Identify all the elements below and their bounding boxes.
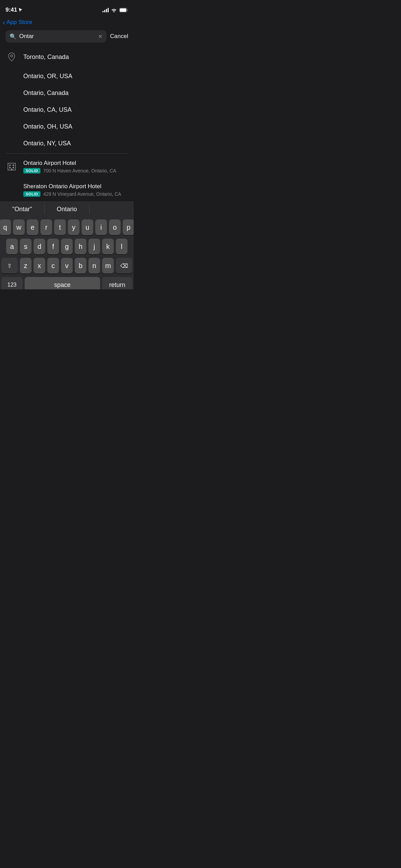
key-k[interactable]: k [102,239,114,254]
key-l[interactable]: l [116,239,127,254]
search-input-wrapper: 🔍 ✕ [5,30,107,43]
hotel-meta-ontario-airport: SOLID 700 N Haven Avenue, Ontario, CA [23,168,128,173]
result-text-ontario-canada: Ontario, Canada [23,89,69,97]
hotel-info-ontario-airport: Ontario Airport Hotel SOLID 700 N Haven … [23,160,128,173]
result-item-toronto[interactable]: Toronto, Canada [0,46,134,68]
key-i[interactable]: i [95,219,107,235]
result-item-ontario-airport-hotel[interactable]: Ontario Airport Hotel SOLID 700 N Haven … [0,155,134,178]
status-time: 9:41 [5,7,23,13]
results-list: Toronto, Canada Ontario, OR, USA Ontario… [0,46,134,202]
key-q[interactable]: q [0,219,11,235]
key-g[interactable]: g [61,239,73,254]
back-label: App Store [7,19,33,26]
result-text-ontario-ny: Ontario, NY, USA [23,140,71,147]
result-item-ontario-ny[interactable]: Ontario, NY, USA [0,135,134,152]
key-o[interactable]: o [109,219,121,235]
result-text-ontario-ca: Ontario, CA, USA [23,106,72,113]
key-p[interactable]: p [123,219,134,235]
status-icons [102,8,128,12]
location-arrow-icon [19,8,23,12]
status-bar: 9:41 [0,0,134,17]
key-s[interactable]: s [20,239,32,254]
location-pin-icon [5,51,18,63]
result-item-sheraton[interactable]: Sheraton Ontario Airport Hotel SOLID 429… [0,178,134,202]
search-icon: 🔍 [10,33,16,40]
key-v[interactable]: v [61,258,73,274]
keyboard-row-2: a s d f g h j k l [1,239,132,254]
result-item-ontario-canada[interactable]: Ontario, Canada [0,85,134,101]
battery-icon [119,8,128,12]
key-n[interactable]: n [88,258,100,274]
predictive-item-2[interactable]: Ontario [45,206,89,213]
nav-bar: ‹ App Store [0,17,134,30]
svg-rect-1 [120,8,126,12]
back-button[interactable]: ‹ App Store [3,19,32,26]
hotel-meta-sheraton: SOLID 429 N Vineyard Avenue, Ontario, CA [23,191,128,197]
delete-key[interactable]: ⌫ [116,258,132,274]
key-w[interactable]: w [13,219,25,235]
svg-rect-6 [9,167,11,168]
key-t[interactable]: t [54,219,66,235]
signal-icon [102,8,109,12]
result-item-ontario-ca[interactable]: Ontario, CA, USA [0,101,134,118]
svg-rect-4 [9,165,11,166]
result-item-ontario-or[interactable]: Ontario, OR, USA [0,68,134,85]
predictive-item-1[interactable]: "Ontar" [0,206,44,213]
hotel-address-ontario-airport: 700 N Haven Avenue, Ontario, CA [43,168,116,173]
key-y[interactable]: y [68,219,80,235]
keyboard: q w e r t y u i o p a s d f g h j k l ⇧ … [0,217,134,289]
result-text-ontario-oh: Ontario, OH, USA [23,123,72,130]
hotel-info-sheraton: Sheraton Ontario Airport Hotel SOLID 429… [23,183,128,197]
svg-point-2 [11,55,13,57]
wifi-icon [111,8,117,12]
key-x[interactable]: x [34,258,45,274]
search-bar: 🔍 ✕ Cancel [0,30,134,46]
numbers-key[interactable]: 123 [1,277,23,289]
solid-badge-sheraton: SOLID [23,191,40,197]
key-r[interactable]: r [40,219,52,235]
key-j[interactable]: j [88,239,100,254]
key-c[interactable]: c [47,258,59,274]
section-divider [5,153,128,154]
building-icon [5,160,18,173]
result-text-ontario-or: Ontario, OR, USA [23,73,72,80]
keyboard-row-1: q w e r t y u i o p [1,219,132,235]
predictive-bar: "Ontar" Ontario [0,202,134,217]
key-f[interactable]: f [47,239,59,254]
key-d[interactable]: d [34,239,45,254]
result-item-ontario-oh[interactable]: Ontario, OH, USA [0,118,134,135]
hotel-name-ontario-airport: Ontario Airport Hotel [23,160,128,167]
shift-key[interactable]: ⇧ [1,258,18,274]
clear-button[interactable]: ✕ [98,33,102,40]
key-a[interactable]: a [6,239,18,254]
predictive-divider-2 [89,205,89,214]
solid-badge: SOLID [23,168,40,173]
back-chevron-icon: ‹ [3,19,5,26]
keyboard-row-4: 123 space return [1,277,132,289]
keyboard-row-3: ⇧ z x c v b n m ⌫ [1,258,132,274]
space-key[interactable]: space [25,277,100,289]
hotel-name-sheraton: Sheraton Ontario Airport Hotel [23,183,128,190]
result-text-toronto: Toronto, Canada [23,53,69,61]
key-z[interactable]: z [20,258,32,274]
key-b[interactable]: b [75,258,86,274]
building-icon-sheraton [5,184,18,196]
svg-rect-7 [13,167,14,168]
hotel-address-sheraton: 429 N Vineyard Avenue, Ontario, CA [43,191,121,197]
cancel-button[interactable]: Cancel [110,33,128,40]
svg-rect-5 [13,165,14,166]
key-h[interactable]: h [75,239,86,254]
return-key[interactable]: return [102,277,132,289]
search-input[interactable] [19,33,95,40]
key-u[interactable]: u [82,219,93,235]
key-m[interactable]: m [102,258,114,274]
key-e[interactable]: e [27,219,38,235]
